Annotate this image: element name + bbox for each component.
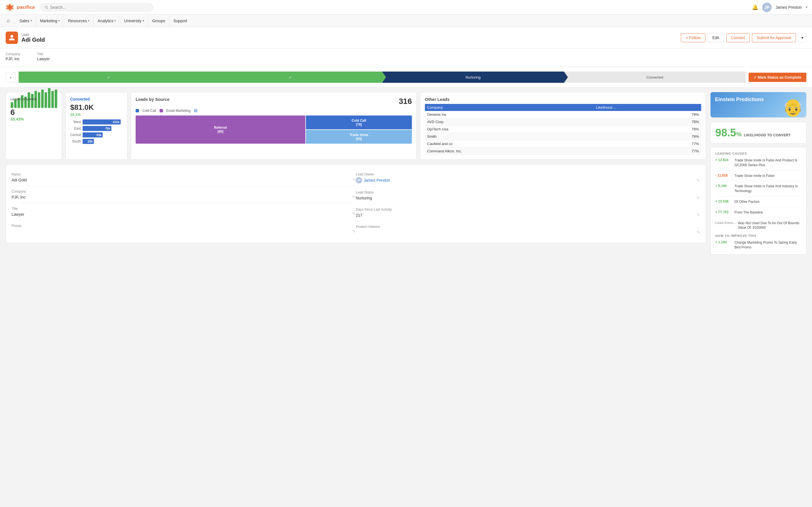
follow-button[interactable]: + Follow xyxy=(681,33,705,42)
actions-dropdown-button[interactable]: ▾ xyxy=(798,33,806,42)
detail-edit-icon[interactable]: ✎ xyxy=(696,195,700,201)
header-actions: + Follow Edit Convert Submit for Approva… xyxy=(681,33,806,42)
mini-bar xyxy=(51,91,54,108)
stage-2[interactable]: ✓ xyxy=(200,71,382,83)
bar-label: East xyxy=(70,126,81,130)
other-leads-table: Company Likelihood ... Genesis Inc79%AVD… xyxy=(425,104,701,155)
details-right-column: Lead Owner JP James Preston ✎ Lead Statu… xyxy=(356,169,700,238)
details-left-column: Name Adi Gold ✎ Company PJF, Inc ✎ Title… xyxy=(11,169,356,238)
converted-bar-row: South 29k xyxy=(70,139,123,144)
table-row[interactable]: Caufield and co77% xyxy=(425,140,701,148)
nav-item-marketing[interactable]: Marketing ▾ xyxy=(36,15,64,27)
cause-text: From The Baseline xyxy=(734,210,763,215)
converted-bar-row: West 101k xyxy=(70,119,123,124)
detail-label: Company xyxy=(11,189,356,193)
notification-bell-icon[interactable]: 🔔 xyxy=(752,4,758,10)
improve-row: + 1.184 Change Marketing Promo To Spring… xyxy=(715,240,802,250)
search-icon xyxy=(45,5,48,9)
detail-edit-icon[interactable]: ✎ xyxy=(696,178,700,183)
user-menu-dropdown-icon[interactable]: ▾ xyxy=(806,5,808,9)
record-name: Adi Gold xyxy=(21,37,45,43)
cause-value: Lead.Annu... xyxy=(715,221,735,225)
causes-title: LEADING CAUSES xyxy=(715,152,802,155)
table-row[interactable]: Smith78% xyxy=(425,133,701,140)
likelihood-cell: 79% xyxy=(594,111,701,118)
nav-chevron-marketing: ▾ xyxy=(58,19,60,22)
stage-nurturing[interactable]: Nurturing xyxy=(382,71,564,83)
detail-edit-icon[interactable]: ✎ xyxy=(352,229,356,234)
causes-list: + 12.824 Trade Show Invite Is False And … xyxy=(715,158,802,230)
detail-item: Name Adi Gold ✎ xyxy=(11,169,356,186)
company-cell: Command Alkon, Inc. xyxy=(425,148,594,155)
cause-value: - 11.816 xyxy=(715,173,732,177)
submit-for-approval-button[interactable]: Submit for Approval xyxy=(752,33,796,42)
search-bar[interactable] xyxy=(40,3,153,11)
likelihood-section: 98.5% LIKELIHOOD TO CONVERT xyxy=(711,122,806,144)
cause-row: - 11.816 Trade Show Invite Is False xyxy=(715,173,802,181)
stage-2-check-icon: ✓ xyxy=(289,75,292,79)
nav-item-analytics[interactable]: Analytics ▾ xyxy=(94,15,120,27)
svg-line-4 xyxy=(47,8,48,9)
nav-item-resources[interactable]: Resources ▾ xyxy=(64,15,94,27)
cause-row: + 12.824 Trade Show Invite Is False And … xyxy=(715,158,802,171)
detail-edit-icon[interactable]: ✎ xyxy=(352,212,356,217)
owner-avatar: JP xyxy=(356,177,362,183)
detail-edit-icon[interactable]: ✎ xyxy=(696,230,700,235)
mini-bar xyxy=(55,90,57,108)
stage-converted[interactable]: Converted xyxy=(564,71,746,83)
meta-company: Company PJF, Inc xyxy=(6,52,20,61)
nav-label-analytics: Analytics xyxy=(98,18,113,23)
bar-value: 29k xyxy=(87,140,93,143)
detail-value: Adi Gold xyxy=(11,178,27,182)
nav-item-support[interactable]: Support xyxy=(169,15,191,27)
stage-1[interactable]: ✓ xyxy=(18,71,200,83)
converted-card-pct: 10.1% xyxy=(70,112,123,117)
detail-edit-icon[interactable]: ✎ xyxy=(352,177,356,182)
mark-status-complete-button[interactable]: ✓ Mark Status as Complete xyxy=(749,73,806,82)
coldcall-block: Cold Call(78) xyxy=(306,115,412,129)
leads-by-source-card: Leads by Source 316 Cold Call Email Mark… xyxy=(131,92,417,160)
nav-label-support: Support xyxy=(173,18,187,23)
logo-text: pacifica xyxy=(17,4,35,10)
record-type-label: Lead xyxy=(21,33,45,37)
company-value: PJF, Inc xyxy=(6,57,20,61)
bar-outer: 29k xyxy=(83,139,123,144)
avatar: JP xyxy=(762,3,772,12)
bar-label: South xyxy=(70,139,81,144)
top-bar: pacifica 🔔 JP James Preston ▾ xyxy=(0,0,812,15)
convert-button[interactable]: Convert xyxy=(726,33,750,42)
table-row[interactable]: Op/Tech Usa78% xyxy=(425,126,701,133)
record-title-area: Lead Adi Gold xyxy=(21,33,45,43)
stage-nav-prev-button[interactable]: › xyxy=(6,72,16,82)
mini-bar xyxy=(41,90,44,108)
nav-item-sales[interactable]: Sales ▾ xyxy=(15,15,36,27)
nav-item-groups[interactable]: Groups xyxy=(148,15,169,27)
edit-button[interactable]: Edit xyxy=(708,33,724,42)
nav-item-university[interactable]: University ▾ xyxy=(120,15,148,27)
detail-label: Product Interest xyxy=(356,225,700,229)
table-row[interactable]: AVD Corp.78% xyxy=(425,118,701,126)
nav-label-resources: Resources xyxy=(68,18,87,23)
einstein-card: Einstein Predictions 👴 xyxy=(711,92,806,117)
content-area: Lead Converted 6 35.43% Converted $81.0K… xyxy=(0,88,812,259)
main-nav: ⌂ Sales ▾ Marketing ▾ Resources ▾ Analyt… xyxy=(0,15,812,27)
nav-chevron-university: ▾ xyxy=(143,19,144,22)
table-row[interactable]: Genesis Inc79% xyxy=(425,111,701,118)
detail-value: PJF, Inc xyxy=(11,195,26,200)
home-nav-item[interactable]: ⌂ xyxy=(4,15,12,26)
legend-email-label: Email Marketing xyxy=(166,109,191,113)
detail-edit-icon[interactable]: ✎ xyxy=(696,212,700,218)
detail-item: Lead Owner JP James Preston ✎ xyxy=(356,169,700,187)
bar-label: West xyxy=(70,120,81,124)
stages-container: ✓ ✓ Nurturing Converted xyxy=(18,71,746,83)
detail-value: Nurturing xyxy=(356,196,372,200)
detail-edit-icon[interactable]: ✎ xyxy=(352,194,356,200)
details-section: Name Adi Gold ✎ Company PJF, Inc ✎ Title… xyxy=(6,164,706,243)
table-row[interactable]: Command Alkon, Inc.77% xyxy=(425,148,701,155)
logo[interactable]: pacifica xyxy=(4,2,35,13)
cause-row: Lead.Annu... Was Not Used Due To An Out … xyxy=(715,221,802,230)
detail-link[interactable]: JP James Preston xyxy=(356,177,390,183)
cause-text: Of Other Factors xyxy=(734,200,760,204)
record-type-icon-wrap xyxy=(6,32,18,44)
search-input[interactable] xyxy=(50,5,149,10)
